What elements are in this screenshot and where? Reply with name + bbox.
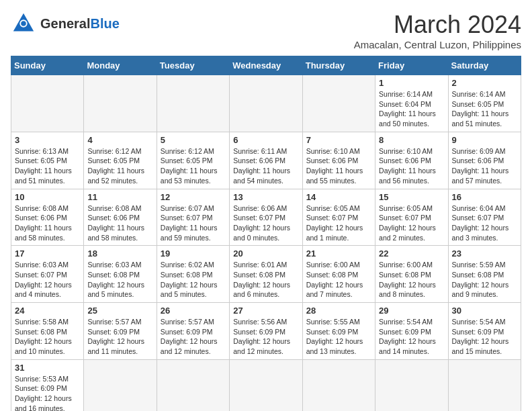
day-number: 3 (15, 135, 80, 145)
calendar-day-cell (157, 359, 229, 411)
calendar-week-row: 10Sunrise: 6:08 AM Sunset: 6:06 PM Dayli… (11, 189, 521, 246)
day-number: 17 (15, 248, 80, 259)
calendar-header-row: Sunday Monday Tuesday Wednesday Thursday… (11, 56, 521, 75)
day-number: 27 (233, 306, 298, 316)
day-info: Sunrise: 6:10 AM Sunset: 6:06 PM Dayligh… (379, 146, 444, 186)
day-number: 9 (452, 135, 517, 145)
day-info: Sunrise: 6:12 AM Sunset: 6:05 PM Dayligh… (161, 146, 226, 186)
calendar-day-cell (375, 359, 448, 411)
calendar-week-row: 24Sunrise: 5:58 AM Sunset: 6:08 PM Dayli… (11, 303, 521, 360)
day-number: 10 (15, 192, 80, 202)
day-number: 6 (233, 135, 298, 145)
calendar-day-cell: 12Sunrise: 6:07 AM Sunset: 6:07 PM Dayli… (157, 189, 229, 246)
calendar-day-cell: 2Sunrise: 6:14 AM Sunset: 6:05 PM Daylig… (448, 75, 521, 132)
calendar-day-cell: 25Sunrise: 5:57 AM Sunset: 6:09 PM Dayli… (84, 303, 157, 360)
calendar-day-cell: 31Sunrise: 5:53 AM Sunset: 6:09 PM Dayli… (11, 359, 84, 411)
day-number: 21 (306, 248, 371, 259)
day-info: Sunrise: 5:58 AM Sunset: 6:08 PM Dayligh… (15, 317, 80, 357)
day-info: Sunrise: 6:08 AM Sunset: 6:06 PM Dayligh… (15, 203, 80, 243)
day-number: 31 (15, 363, 80, 373)
calendar-day-cell: 11Sunrise: 6:08 AM Sunset: 6:06 PM Dayli… (84, 189, 157, 246)
day-number: 30 (452, 306, 517, 316)
calendar-day-cell: 28Sunrise: 5:55 AM Sunset: 6:09 PM Dayli… (302, 303, 375, 360)
calendar-day-cell: 20Sunrise: 6:01 AM Sunset: 6:08 PM Dayli… (230, 246, 302, 303)
day-info: Sunrise: 6:00 AM Sunset: 6:08 PM Dayligh… (306, 260, 371, 300)
day-info: Sunrise: 5:59 AM Sunset: 6:08 PM Dayligh… (452, 260, 517, 300)
logo-blue: Blue (90, 16, 119, 31)
day-info: Sunrise: 6:05 AM Sunset: 6:07 PM Dayligh… (306, 203, 371, 243)
day-info: Sunrise: 6:04 AM Sunset: 6:07 PM Dayligh… (452, 203, 517, 243)
day-info: Sunrise: 6:10 AM Sunset: 6:06 PM Dayligh… (306, 146, 371, 186)
day-info: Sunrise: 6:02 AM Sunset: 6:08 PM Dayligh… (161, 260, 226, 300)
calendar-day-cell: 24Sunrise: 5:58 AM Sunset: 6:08 PM Dayli… (11, 303, 84, 360)
calendar-day-cell: 10Sunrise: 6:08 AM Sunset: 6:06 PM Dayli… (11, 189, 84, 246)
subtitle: Amacalan, Central Luzon, Philippines (354, 39, 521, 50)
day-number: 19 (161, 248, 226, 259)
calendar-day-cell: 1Sunrise: 6:14 AM Sunset: 6:04 PM Daylig… (375, 75, 448, 132)
day-info: Sunrise: 6:13 AM Sunset: 6:05 PM Dayligh… (15, 146, 80, 186)
title-area: March 2024 Amacalan, Central Luzon, Phil… (354, 11, 521, 50)
col-friday: Friday (375, 56, 448, 75)
calendar-day-cell: 30Sunrise: 5:54 AM Sunset: 6:09 PM Dayli… (448, 303, 521, 360)
calendar-day-cell: 23Sunrise: 5:59 AM Sunset: 6:08 PM Dayli… (448, 246, 521, 303)
calendar-day-cell (302, 359, 375, 411)
day-info: Sunrise: 5:57 AM Sunset: 6:09 PM Dayligh… (87, 317, 152, 357)
svg-point-4 (21, 21, 26, 26)
day-info: Sunrise: 5:56 AM Sunset: 6:09 PM Dayligh… (233, 317, 298, 357)
day-number: 1 (379, 78, 444, 88)
day-info: Sunrise: 6:08 AM Sunset: 6:06 PM Dayligh… (87, 203, 152, 243)
calendar-day-cell: 6Sunrise: 6:11 AM Sunset: 6:06 PM Daylig… (230, 132, 302, 189)
calendar-day-cell: 5Sunrise: 6:12 AM Sunset: 6:05 PM Daylig… (157, 132, 229, 189)
day-number: 12 (161, 192, 226, 202)
calendar-week-row: 3Sunrise: 6:13 AM Sunset: 6:05 PM Daylig… (11, 132, 521, 189)
calendar-day-cell (84, 75, 157, 132)
day-info: Sunrise: 6:09 AM Sunset: 6:06 PM Dayligh… (452, 146, 517, 186)
calendar-day-cell: 7Sunrise: 6:10 AM Sunset: 6:06 PM Daylig… (302, 132, 375, 189)
day-number: 26 (161, 306, 226, 316)
calendar-day-cell: 19Sunrise: 6:02 AM Sunset: 6:08 PM Dayli… (157, 246, 229, 303)
day-number: 2 (452, 78, 517, 88)
day-info: Sunrise: 6:11 AM Sunset: 6:06 PM Dayligh… (233, 146, 298, 186)
calendar-day-cell: 8Sunrise: 6:10 AM Sunset: 6:06 PM Daylig… (375, 132, 448, 189)
day-info: Sunrise: 5:57 AM Sunset: 6:09 PM Dayligh… (161, 317, 226, 357)
calendar-day-cell (230, 359, 302, 411)
calendar-day-cell: 16Sunrise: 6:04 AM Sunset: 6:07 PM Dayli… (448, 189, 521, 246)
day-info: Sunrise: 6:00 AM Sunset: 6:08 PM Dayligh… (379, 260, 444, 300)
header: GeneralBlue March 2024 Amacalan, Central… (11, 11, 521, 50)
calendar-day-cell: 13Sunrise: 6:06 AM Sunset: 6:07 PM Dayli… (230, 189, 302, 246)
day-number: 5 (161, 135, 226, 145)
day-number: 13 (233, 192, 298, 202)
day-number: 24 (15, 306, 80, 316)
day-info: Sunrise: 6:03 AM Sunset: 6:07 PM Dayligh… (15, 260, 80, 300)
day-number: 7 (306, 135, 371, 145)
calendar-day-cell (84, 359, 157, 411)
calendar-day-cell: 26Sunrise: 5:57 AM Sunset: 6:09 PM Dayli… (157, 303, 229, 360)
calendar-day-cell: 4Sunrise: 6:12 AM Sunset: 6:05 PM Daylig… (84, 132, 157, 189)
day-number: 20 (233, 248, 298, 259)
calendar: Sunday Monday Tuesday Wednesday Thursday… (11, 56, 521, 411)
day-number: 28 (306, 306, 371, 316)
day-info: Sunrise: 6:07 AM Sunset: 6:07 PM Dayligh… (161, 203, 226, 243)
calendar-day-cell: 14Sunrise: 6:05 AM Sunset: 6:07 PM Dayli… (302, 189, 375, 246)
calendar-day-cell: 17Sunrise: 6:03 AM Sunset: 6:07 PM Dayli… (11, 246, 84, 303)
calendar-day-cell: 29Sunrise: 5:54 AM Sunset: 6:09 PM Dayli… (375, 303, 448, 360)
day-number: 25 (87, 306, 152, 316)
day-info: Sunrise: 6:14 AM Sunset: 6:04 PM Dayligh… (379, 89, 444, 129)
day-info: Sunrise: 6:05 AM Sunset: 6:07 PM Dayligh… (379, 203, 444, 243)
calendar-day-cell: 18Sunrise: 6:03 AM Sunset: 6:08 PM Dayli… (84, 246, 157, 303)
calendar-day-cell (157, 75, 229, 132)
day-number: 18 (87, 248, 152, 259)
day-number: 29 (379, 306, 444, 316)
day-info: Sunrise: 5:53 AM Sunset: 6:09 PM Dayligh… (15, 374, 80, 411)
day-number: 16 (452, 192, 517, 202)
calendar-day-cell: 15Sunrise: 6:05 AM Sunset: 6:07 PM Dayli… (375, 189, 448, 246)
day-info: Sunrise: 6:12 AM Sunset: 6:05 PM Dayligh… (87, 146, 152, 186)
day-info: Sunrise: 5:54 AM Sunset: 6:09 PM Dayligh… (379, 317, 444, 357)
day-info: Sunrise: 6:01 AM Sunset: 6:08 PM Dayligh… (233, 260, 298, 300)
col-wednesday: Wednesday (230, 56, 302, 75)
day-info: Sunrise: 5:55 AM Sunset: 6:09 PM Dayligh… (306, 317, 371, 357)
month-title: March 2024 (354, 11, 521, 39)
calendar-week-row: 17Sunrise: 6:03 AM Sunset: 6:07 PM Dayli… (11, 246, 521, 303)
day-number: 23 (452, 248, 517, 259)
calendar-week-row: 31Sunrise: 5:53 AM Sunset: 6:09 PM Dayli… (11, 359, 521, 411)
